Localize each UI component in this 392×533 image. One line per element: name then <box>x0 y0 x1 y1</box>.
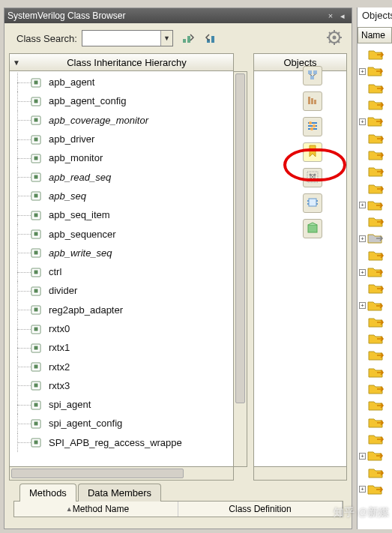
col-method-name[interactable]: ▲ Method Name <box>14 502 178 517</box>
tree-item[interactable]: apb_seq <box>10 187 233 205</box>
tree-item[interactable]: apb_agent <box>10 73 233 91</box>
list-item[interactable] <box>358 464 392 481</box>
list-item[interactable]: + <box>358 113 392 130</box>
scrollbar-thumb[interactable] <box>235 73 245 403</box>
settings-button[interactable] <box>325 28 344 48</box>
tree-item[interactable]: apb_coverage_monitor <box>10 111 233 130</box>
tab-data-members[interactable]: Data Members <box>78 484 161 502</box>
class-icon <box>29 133 43 146</box>
svg-rect-39 <box>34 308 38 312</box>
list-item[interactable]: + <box>358 481 392 498</box>
tree-item[interactable]: ctrl <box>10 262 233 281</box>
bookmark-button[interactable] <box>303 142 322 162</box>
list-item[interactable]: + <box>358 197 392 214</box>
list-item[interactable] <box>358 280 392 297</box>
svg-point-5 <box>333 35 337 39</box>
close-icon[interactable]: × <box>325 10 337 21</box>
tree-column-header[interactable]: ▼ Class Inheritance Hierarchy <box>9 53 234 71</box>
objects-scrollbar[interactable] <box>253 467 347 481</box>
list-item[interactable] <box>358 80 392 97</box>
tree-item[interactable]: spi_agent_config <box>10 414 233 433</box>
chevron-down-icon[interactable]: ▼ <box>160 31 172 46</box>
tree-item-label: apb_sequencer <box>49 229 116 240</box>
objects-body[interactable] <box>253 71 347 467</box>
tree-item[interactable]: apb_driver <box>10 130 233 148</box>
list-item[interactable] <box>358 97 392 113</box>
vertical-scrollbar[interactable] <box>234 71 247 467</box>
class-tree: ▼ Class Inheritance Hierarchy apb_agenta… <box>9 53 234 481</box>
list-item[interactable]: + <box>358 230 392 247</box>
list-item[interactable] <box>358 163 392 180</box>
list-item[interactable] <box>358 180 392 196</box>
tree-item[interactable]: spi_agent <box>10 395 233 414</box>
view-hierarchy-button[interactable] <box>303 91 322 111</box>
window-title: SystemVerilog Class Browser <box>7 10 325 21</box>
list-item[interactable] <box>358 214 392 230</box>
search-input[interactable]: ▼ <box>82 30 173 46</box>
list-item[interactable]: + <box>358 264 392 280</box>
list-item[interactable] <box>358 397 392 414</box>
find-next-button[interactable] <box>178 28 197 48</box>
tree-item[interactable]: apb_monitor <box>10 148 233 167</box>
tree-item[interactable]: rxtx3 <box>10 376 233 395</box>
tree-item[interactable]: rxtx1 <box>10 338 233 357</box>
scrollbar-thumb[interactable] <box>11 469 184 478</box>
objects-name-header[interactable]: Name <box>358 27 392 43</box>
expand-icon[interactable]: + <box>359 302 366 309</box>
view-package-button[interactable] <box>303 219 322 238</box>
list-item[interactable] <box>358 381 392 397</box>
class-icon <box>29 436 43 449</box>
expand-icon[interactable]: + <box>359 235 366 242</box>
expand-icon[interactable]: + <box>359 68 366 75</box>
folder-icon <box>368 250 385 262</box>
list-item[interactable] <box>358 130 392 146</box>
tree-item[interactable]: apb_read_seq <box>10 167 233 186</box>
expand-icon[interactable]: + <box>359 486 366 493</box>
horizontal-scrollbar[interactable] <box>9 467 234 481</box>
view-filter-button[interactable] <box>303 117 322 136</box>
col-class-definition[interactable]: Class Definition <box>178 502 343 517</box>
view-graph-button[interactable] <box>303 168 322 187</box>
class-icon <box>29 265 43 279</box>
svg-rect-75 <box>316 203 318 205</box>
expand-icon[interactable]: + <box>359 202 366 208</box>
view-topology-button[interactable] <box>303 66 322 85</box>
tree-item[interactable]: rxtx0 <box>10 319 233 338</box>
tree-item[interactable]: apb_agent_config <box>10 91 233 110</box>
list-item[interactable]: + <box>358 63 392 79</box>
list-item[interactable]: + <box>358 448 392 464</box>
tree-body[interactable]: apb_agentapb_agent_configapb_coverage_mo… <box>9 71 234 467</box>
tree-item[interactable]: apb_sequencer <box>10 224 233 243</box>
objects-list[interactable]: ++++++++ <box>358 45 392 498</box>
tree-item[interactable]: reg2apb_adapter <box>10 301 233 319</box>
tree-item[interactable]: rxtx2 <box>10 357 233 376</box>
list-item[interactable] <box>358 364 392 381</box>
tree-item[interactable]: apb_write_seq <box>10 244 233 262</box>
tree-item[interactable]: apb_seq_item <box>10 205 233 224</box>
list-item[interactable] <box>358 46 392 63</box>
list-item[interactable] <box>358 247 392 264</box>
chevron-down-icon[interactable]: ▼ <box>13 58 23 67</box>
tab-methods[interactable]: Methods <box>19 484 76 502</box>
objects-header[interactable]: Objects <box>253 53 347 71</box>
tree-item[interactable]: SPI_APB_reg_access_wrappe <box>10 433 233 452</box>
pin-icon[interactable]: ◂ <box>337 10 349 21</box>
tree-item[interactable]: divider <box>10 281 233 300</box>
expand-icon[interactable]: + <box>359 453 366 460</box>
list-item[interactable] <box>358 415 392 431</box>
class-icon <box>29 417 43 430</box>
expand-icon[interactable]: + <box>359 118 366 125</box>
list-item[interactable] <box>358 331 392 347</box>
expand-icon[interactable]: + <box>359 269 366 276</box>
list-item[interactable] <box>358 147 392 163</box>
view-module-button[interactable] <box>303 193 322 213</box>
class-icon <box>29 151 43 165</box>
tree-item-label: apb_agent_config <box>49 95 126 106</box>
list-item[interactable]: + <box>358 297 392 313</box>
folder-icon <box>368 467 385 479</box>
tree-item-label: apb_monitor <box>49 152 103 163</box>
list-item[interactable] <box>358 431 392 448</box>
list-item[interactable] <box>358 314 392 331</box>
find-prev-button[interactable] <box>202 28 221 48</box>
list-item[interactable] <box>358 347 392 364</box>
